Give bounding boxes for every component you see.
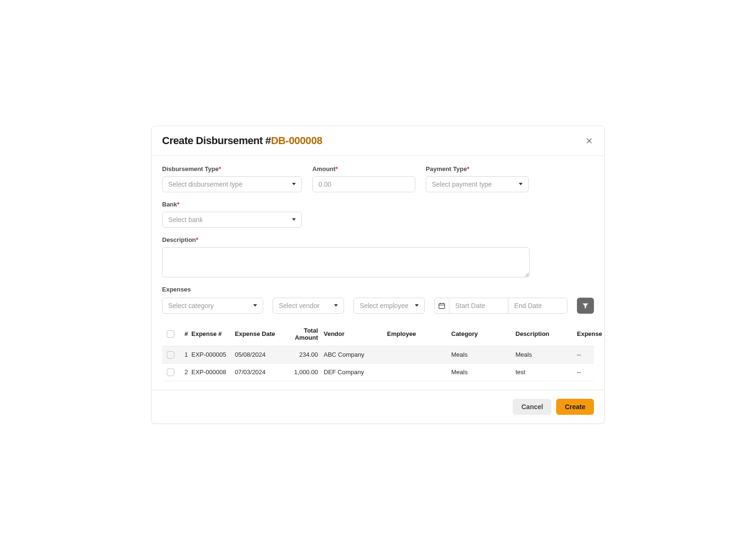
cell-expense: -- bbox=[577, 369, 603, 376]
row-checkbox[interactable] bbox=[167, 369, 174, 376]
cell-num: 1 bbox=[181, 351, 191, 358]
caret-down-icon bbox=[292, 183, 296, 185]
bank-group: Bank* Select bank bbox=[162, 201, 302, 228]
modal-title: Create Disbursement #DB-000008 bbox=[162, 135, 322, 147]
payment-type-group: Payment Type* Select payment type bbox=[426, 165, 529, 192]
cell-expense-num: EXP-000008 bbox=[191, 369, 235, 376]
description-group: Description* bbox=[162, 236, 530, 277]
bank-label: Bank* bbox=[162, 201, 302, 208]
modal-header: Create Disbursement #DB-000008 bbox=[152, 126, 604, 156]
cell-expense-date: 07/03/2024 bbox=[235, 369, 282, 376]
table-header: # Expense # Expense Date Total Amount Ve… bbox=[162, 322, 594, 346]
amount-input[interactable] bbox=[312, 176, 415, 192]
disbursement-type-group: Disbursement Type* Select disbursement t… bbox=[162, 165, 302, 192]
cancel-button[interactable]: Cancel bbox=[513, 399, 551, 415]
expenses-section-label: Expenses bbox=[162, 286, 594, 293]
date-range-picker[interactable] bbox=[434, 298, 567, 314]
bank-placeholder: Select bank bbox=[168, 216, 203, 223]
select-all-checkbox[interactable] bbox=[167, 330, 174, 338]
svg-rect-2 bbox=[439, 303, 445, 309]
col-employee: Employee bbox=[387, 330, 451, 337]
create-disbursement-modal: Create Disbursement #DB-000008 Disbursem… bbox=[151, 126, 605, 424]
cell-total-amount: 1,000.00 bbox=[282, 369, 324, 376]
create-button[interactable]: Create bbox=[556, 399, 594, 415]
col-expense-num: Expense # bbox=[191, 330, 235, 337]
caret-down-icon bbox=[519, 183, 523, 185]
close-icon[interactable] bbox=[584, 136, 594, 146]
filter-button[interactable] bbox=[577, 298, 594, 314]
cell-expense-date: 05/08/2024 bbox=[235, 351, 282, 358]
disbursement-type-label: Disbursement Type* bbox=[162, 165, 302, 172]
expenses-filter-row: Select category Select vendor Select emp… bbox=[162, 298, 594, 314]
cell-expense-num: EXP-000005 bbox=[191, 351, 235, 358]
payment-type-label: Payment Type* bbox=[426, 165, 529, 172]
caret-down-icon bbox=[334, 304, 338, 307]
cell-expense: -- bbox=[577, 351, 603, 358]
cell-vendor: DEF Company bbox=[324, 369, 387, 376]
col-vendor: Vendor bbox=[324, 330, 387, 337]
table-row: 1 EXP-000005 05/08/2024 234.00 ABC Compa… bbox=[162, 346, 594, 364]
modal-body: Disbursement Type* Select disbursement t… bbox=[152, 156, 604, 386]
start-date-input[interactable] bbox=[449, 298, 508, 313]
caret-down-icon bbox=[253, 304, 257, 307]
disbursement-type-placeholder: Select disbursement type bbox=[168, 180, 242, 188]
modal-footer: Cancel Create bbox=[152, 390, 604, 423]
cell-total-amount: 234.00 bbox=[282, 351, 324, 358]
calendar-icon bbox=[435, 298, 449, 313]
cell-category: Meals bbox=[451, 351, 515, 358]
vendor-filter-select[interactable]: Select vendor bbox=[273, 298, 344, 314]
col-num: # bbox=[181, 330, 191, 337]
expenses-table: # Expense # Expense Date Total Amount Ve… bbox=[162, 322, 594, 381]
description-textarea[interactable] bbox=[162, 247, 530, 277]
payment-type-placeholder: Select payment type bbox=[432, 180, 492, 188]
row-checkbox[interactable] bbox=[167, 351, 174, 359]
employee-filter-placeholder: Select employee bbox=[360, 302, 409, 309]
col-expense: Expense bbox=[577, 330, 603, 337]
vendor-filter-placeholder: Select vendor bbox=[279, 302, 319, 309]
disbursement-type-select[interactable]: Select disbursement type bbox=[162, 176, 302, 192]
bank-select[interactable]: Select bank bbox=[162, 212, 302, 228]
cell-num: 2 bbox=[181, 369, 191, 376]
cell-description: Meals bbox=[515, 351, 577, 358]
payment-type-select[interactable]: Select payment type bbox=[426, 176, 529, 192]
table-row: 2 EXP-000008 07/03/2024 1,000.00 DEF Com… bbox=[162, 364, 594, 381]
col-total-amount: Total Amount bbox=[282, 327, 324, 341]
cell-category: Meals bbox=[451, 369, 515, 376]
title-prefix: Create Disbursement # bbox=[162, 135, 271, 146]
amount-group: Amount* bbox=[312, 165, 415, 192]
category-filter-select[interactable]: Select category bbox=[162, 298, 263, 314]
cell-description: test bbox=[515, 369, 577, 376]
disbursement-number: DB-000008 bbox=[271, 135, 322, 146]
caret-down-icon bbox=[415, 304, 419, 307]
end-date-input[interactable] bbox=[508, 298, 567, 313]
amount-label: Amount* bbox=[312, 165, 415, 172]
col-description: Description bbox=[515, 330, 577, 337]
filter-icon bbox=[582, 302, 589, 309]
col-category: Category bbox=[451, 330, 515, 337]
col-expense-date: Expense Date bbox=[235, 330, 282, 337]
employee-filter-select[interactable]: Select employee bbox=[353, 298, 425, 314]
description-label: Description* bbox=[162, 236, 530, 243]
cell-vendor: ABC Company bbox=[324, 351, 387, 358]
category-filter-placeholder: Select category bbox=[168, 302, 214, 309]
caret-down-icon bbox=[292, 218, 296, 221]
